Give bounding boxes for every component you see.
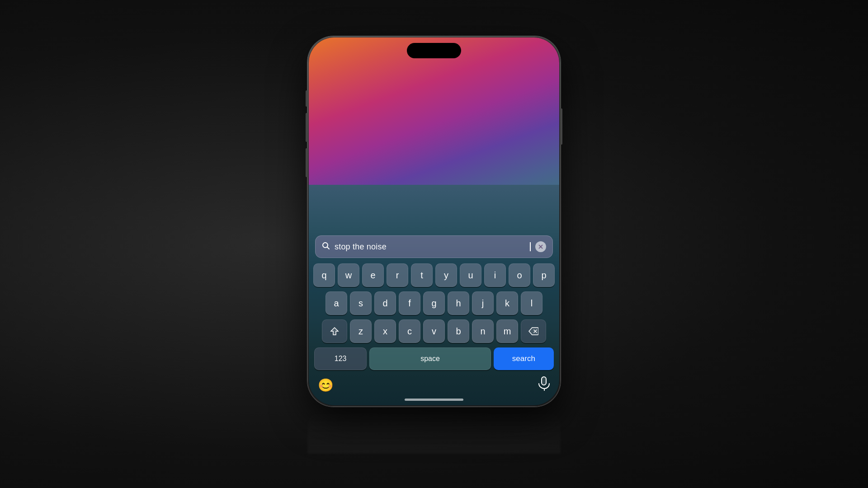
key-s[interactable]: s bbox=[350, 291, 372, 315]
search-bar[interactable]: stop the noise bbox=[315, 235, 553, 258]
key-h[interactable]: h bbox=[448, 291, 469, 315]
search-input-text[interactable]: stop the noise bbox=[335, 242, 525, 252]
key-t[interactable]: t bbox=[411, 263, 433, 287]
key-x[interactable]: x bbox=[374, 319, 396, 343]
key-l[interactable]: l bbox=[521, 291, 542, 315]
key-n[interactable]: n bbox=[472, 319, 494, 343]
key-c[interactable]: c bbox=[399, 319, 420, 343]
search-key[interactable]: search bbox=[494, 347, 554, 370]
key-u[interactable]: u bbox=[460, 263, 481, 287]
numbers-key[interactable]: 123 bbox=[314, 347, 367, 370]
key-r[interactable]: r bbox=[387, 263, 408, 287]
keyboard-container: stop the noise q w e r t y u i bbox=[309, 228, 559, 405]
svg-rect-4 bbox=[542, 377, 546, 385]
key-k[interactable]: k bbox=[496, 291, 518, 315]
volume-up-button bbox=[306, 113, 307, 142]
key-v[interactable]: v bbox=[423, 319, 445, 343]
delete-key[interactable] bbox=[521, 319, 546, 343]
phone-reflection bbox=[307, 408, 561, 454]
key-m[interactable]: m bbox=[496, 319, 518, 343]
text-cursor bbox=[530, 242, 531, 251]
key-q[interactable]: q bbox=[313, 263, 335, 287]
key-g[interactable]: g bbox=[423, 291, 445, 315]
key-f[interactable]: f bbox=[399, 291, 420, 315]
key-d[interactable]: d bbox=[374, 291, 396, 315]
volume-down-button bbox=[306, 148, 307, 177]
dynamic-island bbox=[407, 43, 461, 58]
power-button bbox=[561, 108, 562, 145]
key-a[interactable]: a bbox=[326, 291, 347, 315]
phone-wrapper: stop the noise q w e r t y u i bbox=[307, 36, 561, 452]
home-indicator bbox=[405, 399, 463, 401]
space-key[interactable]: space bbox=[369, 347, 491, 370]
keyboard-accessory-row: 😊 bbox=[309, 373, 559, 396]
keyboard-keys: q w e r t y u i o p a s bbox=[309, 263, 559, 370]
svg-line-1 bbox=[327, 247, 330, 249]
key-b[interactable]: b bbox=[448, 319, 469, 343]
emoji-button[interactable]: 😊 bbox=[318, 378, 334, 393]
search-icon bbox=[322, 242, 330, 252]
phone-device: stop the noise q w e r t y u i bbox=[307, 36, 561, 407]
keyboard-bottom-row: 123 space search bbox=[311, 347, 557, 370]
key-y[interactable]: y bbox=[435, 263, 457, 287]
keyboard-row-3: z x c v b n m bbox=[311, 319, 557, 343]
key-z[interactable]: z bbox=[350, 319, 372, 343]
shift-key[interactable] bbox=[322, 319, 347, 343]
volume-silent-button bbox=[306, 90, 307, 107]
key-j[interactable]: j bbox=[472, 291, 494, 315]
keyboard-row-1: q w e r t y u i o p bbox=[311, 263, 557, 287]
key-p[interactable]: p bbox=[533, 263, 555, 287]
phone-screen: stop the noise q w e r t y u i bbox=[309, 38, 559, 405]
clear-button[interactable] bbox=[535, 241, 546, 252]
key-e[interactable]: e bbox=[362, 263, 384, 287]
key-i[interactable]: i bbox=[484, 263, 506, 287]
key-w[interactable]: w bbox=[338, 263, 359, 287]
key-o[interactable]: o bbox=[509, 263, 530, 287]
keyboard-row-2: a s d f g h j k l bbox=[311, 291, 557, 315]
microphone-button[interactable] bbox=[538, 376, 550, 394]
